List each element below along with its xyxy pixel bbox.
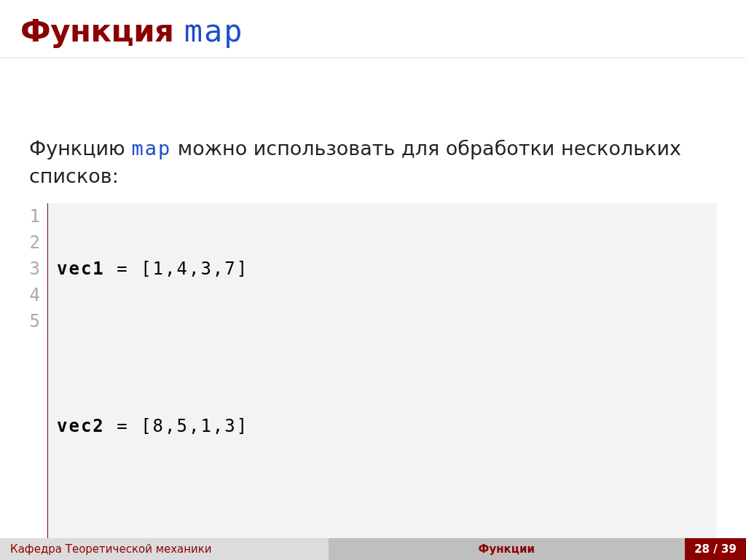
- code-gutter: 1 2 3 4 5: [29, 203, 48, 560]
- tok: vec2: [57, 416, 105, 436]
- footer: Кафедра Теоретической механики Функции 2…: [0, 538, 746, 560]
- title-word: Функция: [20, 13, 174, 49]
- tok: = [8,5,1,3]: [105, 416, 248, 436]
- slide-body: Функцию map можно использовать для обраб…: [0, 58, 746, 560]
- code-line: [57, 334, 717, 360]
- slide: Функция map Функцию map можно использова…: [0, 0, 746, 560]
- line-number: 1: [29, 203, 42, 229]
- title-code: map: [184, 13, 244, 49]
- intro-text: Функцию map можно использовать для обраб…: [29, 135, 717, 190]
- intro-code: map: [131, 137, 171, 159]
- line-number: 3: [29, 256, 42, 282]
- footer-page: 28 / 39: [685, 538, 746, 560]
- slide-title: Функция map: [20, 13, 726, 49]
- intro-pre: Функцию: [29, 137, 131, 159]
- line-number: 5: [29, 308, 42, 334]
- code-line: vec1 = [1,4,3,7]: [57, 256, 717, 282]
- footer-mid: Функции: [329, 538, 685, 560]
- line-number: 4: [29, 282, 42, 308]
- tok: = [1,4,3,7]: [105, 259, 248, 279]
- code-content: vec1 = [1,4,3,7] vec2 = [8,5,1,3] prod =…: [48, 203, 717, 560]
- footer-left: Кафедра Теоретической механики: [0, 538, 329, 560]
- tok: vec1: [57, 259, 105, 279]
- code-line: vec2 = [8,5,1,3]: [57, 413, 717, 439]
- title-bar: Функция map: [0, 0, 746, 58]
- code-block: 1 2 3 4 5 vec1 = [1,4,3,7] vec2 = [8,5,1…: [29, 203, 717, 560]
- line-number: 2: [29, 229, 42, 256]
- code-line: [57, 492, 717, 518]
